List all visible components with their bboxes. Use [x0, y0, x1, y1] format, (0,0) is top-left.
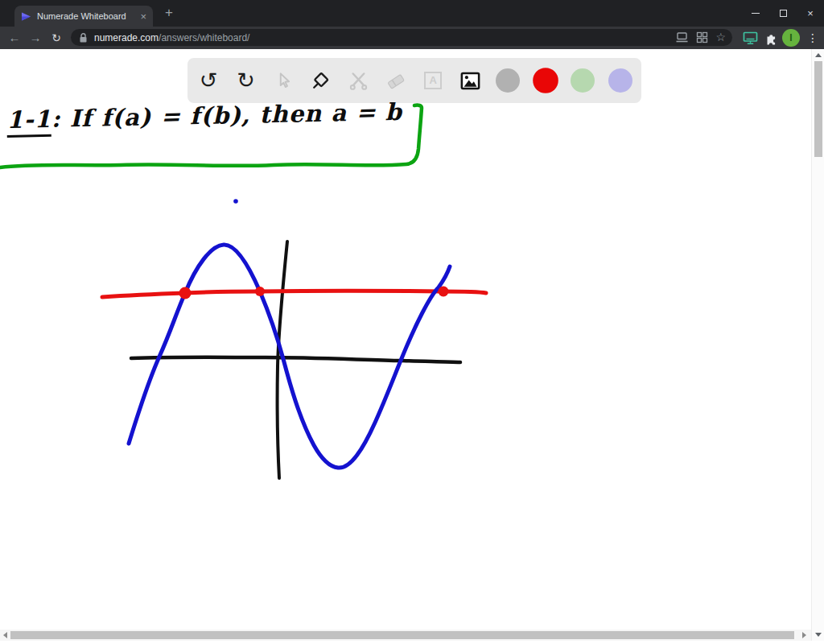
- scroll-right-arrow[interactable]: [802, 632, 806, 638]
- tab-close-icon[interactable]: ×: [140, 11, 146, 22]
- text-tool-icon: A: [424, 72, 442, 89]
- url-host: numerade.com: [94, 32, 159, 43]
- new-tab-button[interactable]: +: [160, 4, 178, 22]
- scroll-left-arrow[interactable]: [3, 632, 7, 638]
- send-to-device-icon[interactable]: [675, 31, 689, 43]
- window-minimize-button[interactable]: [742, 0, 769, 27]
- scroll-down-arrow[interactable]: [815, 633, 822, 637]
- red-horizontal-line-stroke: [102, 291, 486, 297]
- color-swatch-gray[interactable]: [494, 67, 521, 94]
- text-tool-button[interactable]: A: [419, 67, 447, 94]
- redo-button[interactable]: ↻: [233, 67, 260, 94]
- color-swatch-purple[interactable]: [607, 67, 634, 94]
- vertical-scroll-thumb[interactable]: [814, 61, 822, 157]
- green-color-chip: [571, 68, 595, 93]
- red-color-chip: [533, 68, 558, 93]
- statement-number: 1-1: [6, 105, 52, 138]
- color-swatch-green[interactable]: [569, 67, 596, 94]
- horizontal-scrollbar[interactable]: [0, 630, 811, 641]
- drawing-toolbar: ↺ ↻: [187, 58, 641, 103]
- browser-menu-icon[interactable]: ⋮: [805, 27, 821, 49]
- y-axis-stroke: [278, 242, 287, 478]
- purple-color-chip: [608, 68, 632, 93]
- minimize-icon: [752, 13, 760, 14]
- statement-text: : If f(a) = f(b), then a = b: [51, 98, 402, 133]
- cursor-icon: [273, 70, 294, 91]
- undo-icon: ↺: [200, 67, 218, 94]
- tab-groups-icon[interactable]: [696, 31, 708, 43]
- browser-window: Numerade Whiteboard × + × ← → ↻ numerade…: [0, 0, 824, 644]
- forward-button[interactable]: →: [26, 27, 45, 49]
- url-path: /answers/whiteboard/: [159, 32, 249, 43]
- cut-tool-button[interactable]: [344, 67, 372, 94]
- pen-tool-button[interactable]: [307, 67, 335, 94]
- scissors-tools-icon: [348, 70, 369, 92]
- x-axis-stroke: [131, 357, 460, 362]
- color-swatch-red[interactable]: [532, 67, 559, 94]
- blue-curve-stroke: [129, 245, 450, 468]
- maximize-icon: [780, 10, 787, 17]
- navbar: ← → ↻ numerade.com/answers/whiteboard/: [0, 27, 824, 49]
- vertical-scrollbar[interactable]: [811, 49, 824, 641]
- handwritten-statement: 1-1: If f(a) = f(b), then a = b: [6, 98, 402, 134]
- intersection-dot-3: [439, 287, 449, 297]
- horizontal-scroll-thumb[interactable]: [10, 631, 794, 639]
- eraser-icon: [385, 69, 407, 92]
- omnibox-icons: ☆: [675, 31, 726, 44]
- scroll-up-arrow[interactable]: [815, 53, 822, 57]
- intersection-dot-1: [179, 287, 192, 299]
- titlebar: Numerade Whiteboard × + ×: [0, 0, 824, 27]
- window-maximize-button[interactable]: [769, 0, 797, 27]
- reload-button[interactable]: ↻: [47, 27, 66, 49]
- url-text: numerade.com/answers/whiteboard/: [94, 32, 249, 43]
- address-bar[interactable]: numerade.com/answers/whiteboard/ ☆: [71, 29, 732, 46]
- whiteboard-canvas[interactable]: ↺ ↻: [0, 49, 824, 644]
- stray-blue-dot: [233, 199, 238, 204]
- extensions-puzzle-icon[interactable]: [763, 30, 779, 46]
- insert-image-button[interactable]: [457, 67, 484, 94]
- undo-button[interactable]: ↺: [195, 67, 222, 94]
- gray-color-chip: [496, 68, 520, 93]
- redo-icon: ↻: [237, 67, 255, 94]
- eraser-tool-button[interactable]: [382, 67, 410, 94]
- numerade-favicon-icon: [21, 11, 31, 22]
- whiteboard-ink-layer: [0, 49, 824, 644]
- profile-avatar[interactable]: I: [782, 29, 800, 47]
- browser-tab[interactable]: Numerade Whiteboard ×: [14, 6, 153, 27]
- pen-icon: [310, 69, 332, 92]
- bookmark-star-icon[interactable]: ☆: [715, 31, 726, 44]
- intersection-dot-2: [255, 287, 265, 296]
- lock-icon[interactable]: [79, 32, 88, 43]
- back-button[interactable]: ←: [5, 27, 24, 49]
- image-icon: [459, 69, 482, 93]
- window-close-button[interactable]: ×: [797, 0, 824, 27]
- select-tool-button[interactable]: [270, 67, 297, 94]
- screen-share-extension-icon[interactable]: [742, 30, 758, 46]
- window-controls: ×: [742, 0, 824, 27]
- tab-title: Numerade Whiteboard: [37, 11, 136, 21]
